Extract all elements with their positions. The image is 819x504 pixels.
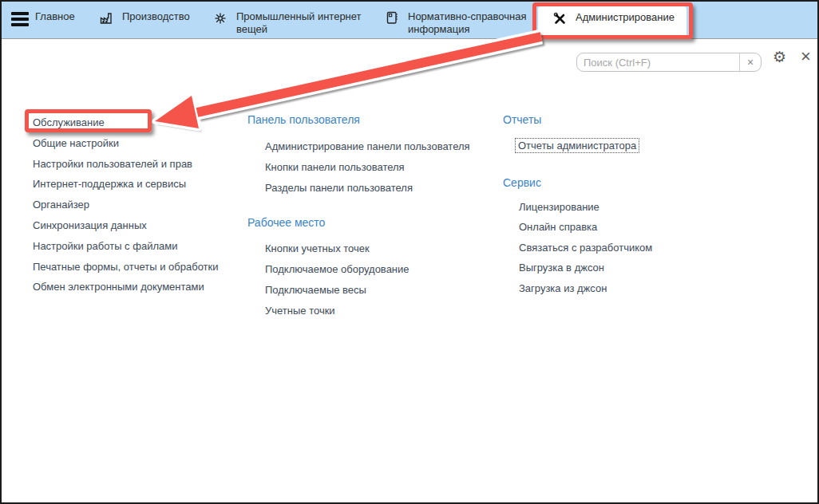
tab-production-label: Производство <box>122 10 190 23</box>
tab-administration[interactable]: Администрирование <box>552 11 675 30</box>
tab-iiot-label: Промышленный интернет вещей <box>236 10 370 36</box>
cmd-file-settings[interactable]: Настройки работы с файлами <box>33 240 177 252</box>
cmd-organizer[interactable]: Органайзер <box>33 199 89 211</box>
tab-reference-info-label: Нормативно-справочная информация <box>408 10 540 36</box>
cmd-accounting-points[interactable]: Учетные точки <box>265 305 335 317</box>
app-window: Главное Производство <box>0 0 819 504</box>
iot-hub-icon <box>212 10 228 30</box>
cmd-data-sync[interactable]: Синхронизация данных <box>33 219 147 231</box>
cmd-json-import[interactable]: Загрузка из джсон <box>519 282 607 294</box>
cmd-licensing[interactable]: Лицензирование <box>519 201 599 213</box>
group-header-workplace: Рабочее место <box>247 216 325 229</box>
group-header-service: Сервис <box>503 176 541 189</box>
tab-reference-info[interactable]: Нормативно-справочная информация <box>385 10 544 36</box>
cmd-connected-equipment[interactable]: Подключаемое оборудование <box>265 263 410 275</box>
cmd-print-forms[interactable]: Печатные формы, отчеты и обработки <box>33 261 219 273</box>
cmd-maintenance[interactable]: Обслуживание <box>33 116 105 128</box>
cmd-edocs-exchange[interactable]: Обмен электронными документами <box>33 281 204 293</box>
cmd-contact-developer[interactable]: Связаться с разработчиком <box>519 242 652 254</box>
cmd-connected-scales[interactable]: Подключаемые весы <box>265 284 366 296</box>
tab-production[interactable]: Производство <box>99 10 190 29</box>
tab-main[interactable]: Главное <box>35 10 75 23</box>
cmd-general-settings[interactable]: Общие настройки <box>33 137 119 149</box>
annotation-arrow <box>0 0 819 504</box>
cmd-user-panel-buttons[interactable]: Кнопки панели пользователя <box>265 161 405 173</box>
tab-iiot[interactable]: Промышленный интернет вещей <box>212 10 372 36</box>
factory-icon <box>99 10 114 29</box>
gear-icon[interactable]: ⚙ <box>773 49 786 66</box>
tab-main-label: Главное <box>35 10 75 23</box>
group-header-user-panel: Панель пользователя <box>247 113 360 126</box>
search-clear-icon[interactable]: × <box>739 53 761 71</box>
cmd-user-panel-admin[interactable]: Администрирование панели пользователя <box>265 140 470 152</box>
cmd-online-help[interactable]: Онлайн справка <box>519 221 597 233</box>
main-menu-icon[interactable] <box>11 12 29 29</box>
cmd-internet-support[interactable]: Интернет-поддержка и сервисы <box>33 178 186 190</box>
search-box: × <box>576 53 762 72</box>
close-icon[interactable]: × <box>801 47 811 66</box>
tools-icon <box>552 11 568 30</box>
cmd-json-export[interactable]: Выгрузка в джсон <box>519 262 604 274</box>
tab-administration-label: Администрирование <box>576 11 675 24</box>
cmd-admin-reports[interactable]: Отчеты администратора <box>515 138 639 153</box>
cmd-users-rights[interactable]: Настройки пользователей и прав <box>33 158 192 170</box>
search-input[interactable] <box>577 53 739 71</box>
cmd-user-panel-sections[interactable]: Разделы панели пользователя <box>265 182 413 194</box>
group-header-reports: Отчеты <box>503 113 541 126</box>
cmd-accounting-point-buttons[interactable]: Кнопки учетных точек <box>265 242 370 254</box>
notebook-icon <box>385 10 400 29</box>
